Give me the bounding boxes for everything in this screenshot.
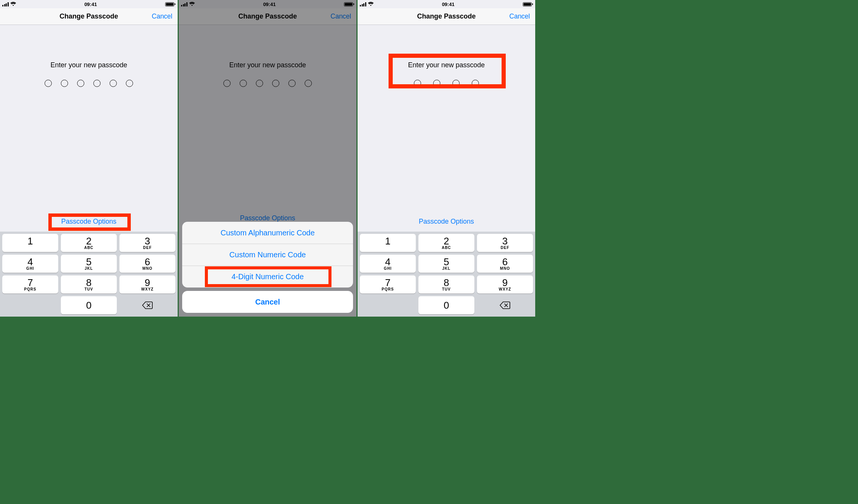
keypad-blank <box>2 296 58 314</box>
keypad-key-8[interactable]: 8TUV <box>418 275 474 294</box>
passcode-options-action-sheet: Custom Alphanumeric Code Custom Numeric … <box>182 222 353 313</box>
keypad-key-5[interactable]: 5JKL <box>61 255 117 273</box>
passcode-dots <box>45 80 133 87</box>
status-left <box>360 2 374 6</box>
status-bar: 09:41 <box>0 0 178 8</box>
keypad-key-6[interactable]: 6MNO <box>477 255 533 273</box>
option-custom-numeric[interactable]: Custom Numeric Code <box>182 244 353 266</box>
phone-screen-1: 09:41 Change Passcode Cancel Enter your … <box>0 0 179 317</box>
keypad-key-0[interactable]: 0 <box>61 296 117 314</box>
passcode-prompt: Enter your new passcode <box>50 61 127 69</box>
passcode-dot <box>45 80 52 87</box>
option-custom-alphanumeric[interactable]: Custom Alphanumeric Code <box>182 222 353 244</box>
passcode-options-button[interactable]: Passcode Options <box>61 218 116 226</box>
content-area: Enter your new passcode Passcode Options <box>0 25 178 232</box>
keypad-key-4[interactable]: 4GHI <box>360 255 416 273</box>
keypad-key-9[interactable]: 9WXYZ <box>119 275 175 294</box>
keypad-key-0[interactable]: 0 <box>418 296 474 314</box>
passcode-dot <box>110 80 117 87</box>
backspace-key[interactable] <box>477 296 533 314</box>
keypad-key-3[interactable]: 3DEF <box>477 234 533 252</box>
status-bar: 09:41 <box>358 0 535 8</box>
keypad-blank <box>360 296 416 314</box>
keypad-key-1[interactable]: 1 <box>360 234 416 252</box>
keypad-key-2[interactable]: 2ABC <box>61 234 117 252</box>
battery-icon <box>165 2 175 6</box>
wifi-icon <box>368 2 374 6</box>
cellular-icon <box>2 2 9 6</box>
passcode-dot <box>433 80 440 87</box>
nav-bar: Change Passcode Cancel <box>358 8 535 25</box>
numeric-keypad: 1 2ABC 3DEF 4GHI 5JKL 6MNO 7PQRS 8TUV 9W… <box>358 232 535 317</box>
nav-bar: Change Passcode Cancel <box>0 8 178 25</box>
keypad-key-5[interactable]: 5JKL <box>418 255 474 273</box>
passcode-dots <box>414 80 479 87</box>
status-time: 09:41 <box>442 2 454 7</box>
keypad-key-3[interactable]: 3DEF <box>119 234 175 252</box>
option-label: 4-Digit Numeric Code <box>231 272 304 281</box>
keypad-key-7[interactable]: 7PQRS <box>2 275 58 294</box>
cellular-icon <box>360 2 366 6</box>
keypad-key-6[interactable]: 6MNO <box>119 255 175 273</box>
keypad-key-4[interactable]: 4GHI <box>2 255 58 273</box>
cancel-button[interactable]: Cancel <box>510 12 530 20</box>
keypad-key-1[interactable]: 1 <box>2 234 58 252</box>
passcode-dot <box>472 80 479 87</box>
status-left <box>2 2 16 6</box>
phone-screen-2: 09:41 Change Passcode Cancel Enter your … <box>179 0 358 317</box>
numeric-keypad: 1 2ABC 3DEF 4GHI 5JKL 6MNO 7PQRS 8TUV 9W… <box>0 232 178 317</box>
cancel-button[interactable]: Cancel <box>152 12 172 20</box>
nav-title: Change Passcode <box>417 12 475 20</box>
passcode-dot <box>61 80 68 87</box>
battery-icon <box>523 2 533 6</box>
passcode-prompt: Enter your new passcode <box>408 61 485 69</box>
passcode-dot <box>414 80 421 87</box>
wifi-icon <box>10 2 16 6</box>
nav-title: Change Passcode <box>59 12 118 20</box>
passcode-dot <box>77 80 84 87</box>
action-sheet-cancel[interactable]: Cancel <box>182 291 353 313</box>
passcode-dot <box>126 80 133 87</box>
action-sheet-options: Custom Alphanumeric Code Custom Numeric … <box>182 222 353 288</box>
passcode-dot <box>452 80 460 87</box>
option-4-digit-numeric[interactable]: 4-Digit Numeric Code <box>182 266 353 288</box>
phone-screen-3: 09:41 Change Passcode Cancel Enter your … <box>358 0 536 317</box>
backspace-key[interactable] <box>119 296 175 314</box>
keypad-key-8[interactable]: 8TUV <box>61 275 117 294</box>
status-time: 09:41 <box>84 2 97 7</box>
keypad-key-2[interactable]: 2ABC <box>418 234 474 252</box>
keypad-key-9[interactable]: 9WXYZ <box>477 275 533 294</box>
passcode-options-button[interactable]: Passcode Options <box>419 218 474 226</box>
passcode-dot <box>93 80 101 87</box>
content-area: Enter your new passcode Passcode Options <box>358 25 535 232</box>
keypad-key-7[interactable]: 7PQRS <box>360 275 416 294</box>
